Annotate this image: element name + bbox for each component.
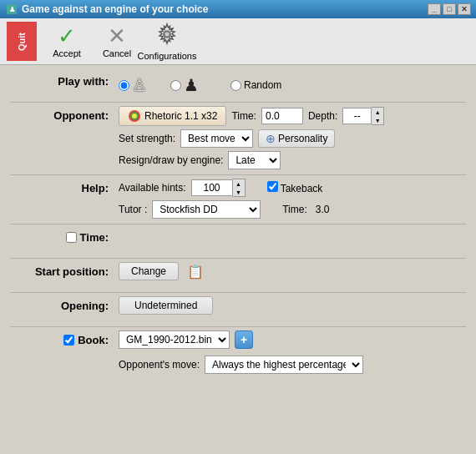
minimize-button[interactable]: _ bbox=[428, 3, 441, 15]
time-section: Time: bbox=[10, 228, 466, 253]
svg-text:♟: ♟ bbox=[9, 6, 15, 13]
white-piece-icon: ♙ bbox=[132, 75, 147, 95]
personality-icon: ⊕ bbox=[266, 132, 276, 145]
hints-control: ▲ ▼ bbox=[191, 179, 246, 197]
play-black-radio[interactable] bbox=[170, 80, 181, 91]
cancel-button[interactable]: ✕ Cancel bbox=[94, 23, 140, 61]
add-book-button[interactable]: + bbox=[235, 330, 253, 349]
time-label: Time: bbox=[231, 110, 256, 122]
start-position-section: Start position: Change 📋 bbox=[10, 262, 466, 287]
divider-5 bbox=[10, 292, 466, 293]
cancel-label: Cancel bbox=[103, 48, 131, 58]
divider-6 bbox=[10, 326, 466, 327]
hints-up-button[interactable]: ▲ bbox=[233, 179, 245, 188]
close-button[interactable]: ✕ bbox=[458, 3, 471, 15]
copy-icon[interactable]: 📋 bbox=[187, 264, 204, 280]
time-section-label: Time: bbox=[10, 228, 119, 244]
maximize-button[interactable]: □ bbox=[443, 3, 456, 15]
hints-down-button[interactable]: ▼ bbox=[233, 188, 245, 196]
takeback-checkbox[interactable] bbox=[267, 181, 278, 192]
book-label: Book: bbox=[78, 334, 109, 346]
book-select[interactable]: GM_1990-2012.bin Other.bin bbox=[119, 330, 230, 349]
tutor-select[interactable]: Stockfish DD Stockfish Komodo bbox=[152, 200, 261, 219]
book-checkbox[interactable] bbox=[63, 335, 74, 346]
svg-point-7 bbox=[132, 114, 137, 119]
time-label-group: Time: bbox=[10, 231, 109, 244]
quit-button[interactable]: Quit bbox=[7, 22, 37, 61]
opening-content: Undetermined bbox=[119, 296, 466, 315]
resign-row: Resign/draw by engine: Late Early Never bbox=[119, 151, 466, 169]
depth-control: ▲ ▼ bbox=[342, 107, 384, 125]
hints-input[interactable] bbox=[191, 179, 233, 196]
opponent-section: Opponent: Rhetoric 1.1 x32 Time: Depth: bbox=[10, 106, 466, 169]
tutor-time-value: 3.0 bbox=[316, 204, 330, 215]
hints-row: Available hints: ▲ ▼ Takeback bbox=[119, 179, 466, 197]
play-random-radio[interactable] bbox=[230, 80, 241, 91]
depth-spinners: ▲ ▼ bbox=[372, 107, 384, 125]
hints-spinners: ▲ ▼ bbox=[233, 179, 246, 197]
hints-label: Available hints: bbox=[119, 182, 186, 194]
opponents-move-select[interactable]: Always the highest percentage Random Wei… bbox=[205, 356, 363, 374]
accept-label: Accept bbox=[53, 48, 81, 58]
personality-label: Personality bbox=[278, 133, 327, 144]
white-radio-group: ♙ bbox=[119, 75, 147, 95]
undetermined-button[interactable]: Undetermined bbox=[119, 296, 213, 315]
black-piece-icon: ♟ bbox=[184, 75, 199, 95]
title-bar: ♟ Game against an engine of your choice … bbox=[0, 0, 476, 18]
book-label-group: Book: bbox=[10, 334, 109, 346]
toolbar: Quit ✓ Accept ✕ Cancel Configurations bbox=[0, 18, 476, 65]
play-with-radio-row: ♙ ♟ Random bbox=[119, 72, 466, 95]
divider-3 bbox=[10, 224, 466, 224]
time-checkbox[interactable] bbox=[66, 232, 77, 243]
strength-select[interactable]: Best move Strong Medium Weak bbox=[180, 129, 253, 148]
random-radio-group: Random bbox=[230, 79, 281, 91]
window-controls: _ □ ✕ bbox=[428, 3, 471, 15]
depth-input[interactable] bbox=[342, 108, 372, 124]
engine-icon bbox=[128, 109, 141, 123]
opening-label: Opening: bbox=[10, 296, 119, 312]
opponent-label: Opponent: bbox=[10, 106, 119, 122]
accept-button[interactable]: ✓ Accept bbox=[43, 23, 90, 61]
help-label: Help: bbox=[10, 179, 119, 194]
black-radio-group: ♟ bbox=[170, 75, 199, 95]
change-button[interactable]: Change bbox=[119, 262, 179, 280]
engine-row: Rhetoric 1.1 x32 Time: Depth: ▲ ▼ bbox=[119, 106, 466, 126]
opponents-move-row: Opponent's move: Always the highest perc… bbox=[119, 356, 466, 374]
start-position-label: Start position: bbox=[10, 262, 119, 278]
resign-select[interactable]: Late Early Never bbox=[228, 151, 281, 169]
time-label: Time: bbox=[80, 231, 109, 244]
tutor-label: Tutor : bbox=[119, 204, 147, 215]
opening-row: Undetermined bbox=[119, 296, 466, 315]
depth-down-button[interactable]: ▼ bbox=[372, 116, 383, 124]
divider-4 bbox=[10, 258, 466, 259]
time-input[interactable] bbox=[261, 108, 303, 124]
cancel-icon: ✕ bbox=[108, 25, 126, 47]
tutor-row: Tutor : Stockfish DD Stockfish Komodo Ti… bbox=[119, 200, 466, 219]
configurations-button[interactable]: Configurations bbox=[144, 23, 190, 61]
tutor-time-label: Time: bbox=[282, 204, 307, 215]
help-content: Available hints: ▲ ▼ Takeback Tutor : St… bbox=[119, 179, 466, 219]
depth-up-button[interactable]: ▲ bbox=[372, 108, 383, 116]
start-position-row: Change 📋 bbox=[119, 262, 466, 280]
play-with-content: ♙ ♟ Random bbox=[119, 72, 466, 95]
configurations-icon bbox=[155, 23, 179, 49]
engine-name: Rhetoric 1.1 x32 bbox=[144, 110, 217, 122]
takeback-label: Takeback bbox=[281, 183, 323, 194]
start-position-content: Change 📋 bbox=[119, 262, 466, 280]
divider-2 bbox=[10, 174, 466, 175]
resign-label: Resign/draw by engine: bbox=[119, 154, 223, 166]
divider-1 bbox=[10, 102, 466, 103]
main-content: Play with: ♙ ♟ Random Opponent: bbox=[0, 65, 476, 454]
book-section: Book: GM_1990-2012.bin Other.bin + Oppon… bbox=[10, 330, 466, 374]
play-with-section: Play with: ♙ ♟ Random bbox=[10, 72, 466, 97]
svg-point-4 bbox=[165, 32, 170, 36]
engine-button[interactable]: Rhetoric 1.1 x32 bbox=[119, 106, 226, 126]
window-title: Game against an engine of your choice bbox=[22, 3, 428, 15]
book-row: GM_1990-2012.bin Other.bin + bbox=[119, 330, 466, 349]
help-section: Help: Available hints: ▲ ▼ Takeback Tuto… bbox=[10, 179, 466, 219]
opponents-move-label: Opponent's move: bbox=[119, 359, 200, 371]
book-section-label: Book: bbox=[10, 330, 119, 346]
personality-button[interactable]: ⊕ Personality bbox=[258, 129, 335, 148]
opening-section: Opening: Undetermined bbox=[10, 296, 466, 321]
play-white-radio[interactable] bbox=[119, 80, 129, 91]
